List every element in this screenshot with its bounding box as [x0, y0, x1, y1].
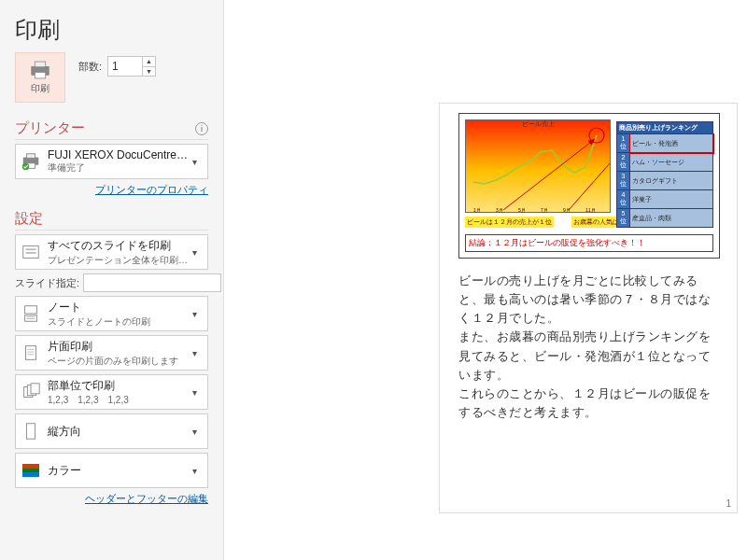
- table-row: 5位産直品・肉類: [617, 209, 713, 228]
- svg-rect-11: [25, 306, 37, 314]
- header-footer-link[interactable]: ヘッダーとフッターの編集: [85, 493, 208, 504]
- printer-ready-icon: [21, 151, 41, 172]
- chevron-down-icon: ▾: [192, 466, 207, 476]
- table-row: 1位ビール・発泡酒: [617, 134, 713, 153]
- svg-rect-9: [26, 248, 36, 250]
- chevron-down-icon: ▾: [192, 247, 207, 258]
- page-number: 1: [726, 498, 731, 509]
- svg-line-25: [503, 139, 595, 210]
- printer-name: FUJI XEROX DocuCentre…: [48, 148, 190, 161]
- svg-rect-1: [35, 62, 45, 67]
- conclusion-box: 結論：１２月はビールの販促を強化すべき！！: [465, 234, 713, 252]
- copies-stepper[interactable]: 1 ▲ ▼: [107, 56, 156, 77]
- svg-rect-5: [26, 154, 35, 159]
- layout-select[interactable]: ノート スライドとノートの印刷 ▾: [15, 296, 208, 331]
- svg-text:1月: 1月: [473, 207, 481, 213]
- sides-select[interactable]: 片面印刷 ページの片面のみを印刷します ▾: [15, 335, 208, 371]
- layout-sub: スライドとノートの印刷: [48, 315, 190, 329]
- what-title: すべてのスライドを印刷: [48, 238, 190, 254]
- color-title: カラー: [48, 463, 190, 479]
- copies-up[interactable]: ▲: [143, 57, 155, 67]
- one-sided-icon: [21, 343, 41, 363]
- collate-icon: [21, 382, 41, 402]
- svg-text:11月: 11月: [585, 207, 596, 213]
- preview-page: ビール売上 1月3月5月7月9月11月 ビールは１２月の売上が１位 お歳暮の人気…: [439, 103, 738, 513]
- svg-rect-22: [26, 424, 35, 440]
- copies-label: 部数:: [78, 60, 102, 74]
- svg-text:9月: 9月: [563, 207, 571, 213]
- chevron-down-icon: ▾: [192, 387, 207, 398]
- svg-text:5月: 5月: [518, 207, 526, 213]
- chevron-down-icon: ▾: [192, 427, 207, 437]
- slides-all-icon: [21, 242, 41, 262]
- notes-text: ビールの売り上げを月ごとに比較してみると、最も高いのは暑い季節の７・８月ではなく…: [458, 272, 718, 422]
- chevron-down-icon: ▾: [192, 348, 207, 358]
- settings-heading: 設定: [15, 210, 43, 228]
- printer-info-icon[interactable]: i: [195, 122, 208, 135]
- chart-caption-1: ビールは１２月の売上が１位: [465, 217, 554, 228]
- slide-range-label: スライド指定:: [15, 276, 79, 290]
- sides-title: 片面印刷: [48, 339, 190, 355]
- orientation-select[interactable]: 縦方向 ▾: [15, 413, 208, 449]
- portrait-icon: [21, 421, 41, 441]
- copies-value: 1: [108, 60, 142, 73]
- printer-select[interactable]: FUJI XEROX DocuCentre… 準備完了 ▾: [15, 144, 208, 179]
- table-row: 2位ハム・ソーセージ: [617, 153, 713, 172]
- slide-thumbnail: ビール売上 1月3月5月7月9月11月 ビールは１２月の売上が１位 お歳暮の人気…: [458, 113, 720, 259]
- layout-title: ノート: [48, 300, 190, 315]
- print-button[interactable]: 印刷: [15, 52, 65, 103]
- copies-down[interactable]: ▼: [143, 67, 155, 77]
- svg-rect-15: [26, 346, 36, 360]
- printer-status: 準備完了: [48, 161, 190, 175]
- svg-line-26: [569, 163, 610, 210]
- collate-select[interactable]: 部単位で印刷 1,2,3 1,2,3 1,2,3 ▾: [15, 374, 208, 410]
- sides-sub: ページの片面のみを印刷します: [48, 355, 190, 368]
- slide-range-input[interactable]: [83, 273, 221, 292]
- print-preview: ビール売上 1月3月5月7月9月11月 ビールは１２月の売上が１位 お歳暮の人気…: [224, 0, 747, 560]
- svg-text:3月: 3月: [496, 207, 503, 213]
- chart-area: ビール売上 1月3月5月7月9月11月: [465, 119, 611, 213]
- notes-layout-icon: [21, 303, 41, 324]
- table-row: 4位洋菓子: [617, 190, 713, 209]
- rank-header: 商品別売り上げランキング: [617, 122, 713, 134]
- ranking-table: 商品別売り上げランキング 1位ビール・発泡酒 2位ハム・ソーセージ 3位カタログ…: [616, 121, 713, 228]
- printer-properties-link[interactable]: プリンターのプロパティ: [95, 184, 208, 195]
- printer-icon: [28, 60, 52, 80]
- what-to-print-select[interactable]: すべてのスライドを印刷 プレゼンテーション全体を印刷し… ▾: [15, 234, 208, 270]
- page-title: 印刷: [15, 15, 208, 45]
- what-sub: プレゼンテーション全体を印刷し…: [48, 254, 190, 267]
- color-icon: [22, 464, 39, 477]
- svg-point-7: [22, 163, 29, 170]
- color-select[interactable]: カラー ▾: [15, 453, 208, 488]
- chevron-down-icon: ▾: [192, 309, 207, 319]
- svg-point-3: [47, 68, 49, 70]
- collate-title: 部単位で印刷: [48, 378, 190, 394]
- chevron-down-icon: ▾: [192, 157, 207, 167]
- table-row: 3位カタログギフト: [617, 172, 713, 190]
- printer-heading: プリンター: [15, 119, 85, 137]
- svg-rect-2: [35, 72, 45, 78]
- svg-rect-21: [31, 384, 39, 394]
- orient-title: 縦方向: [48, 424, 190, 440]
- svg-text:7月: 7月: [541, 207, 548, 213]
- collate-sub: 1,2,3 1,2,3 1,2,3: [48, 394, 190, 407]
- svg-rect-10: [26, 252, 36, 254]
- print-button-label: 印刷: [31, 82, 49, 95]
